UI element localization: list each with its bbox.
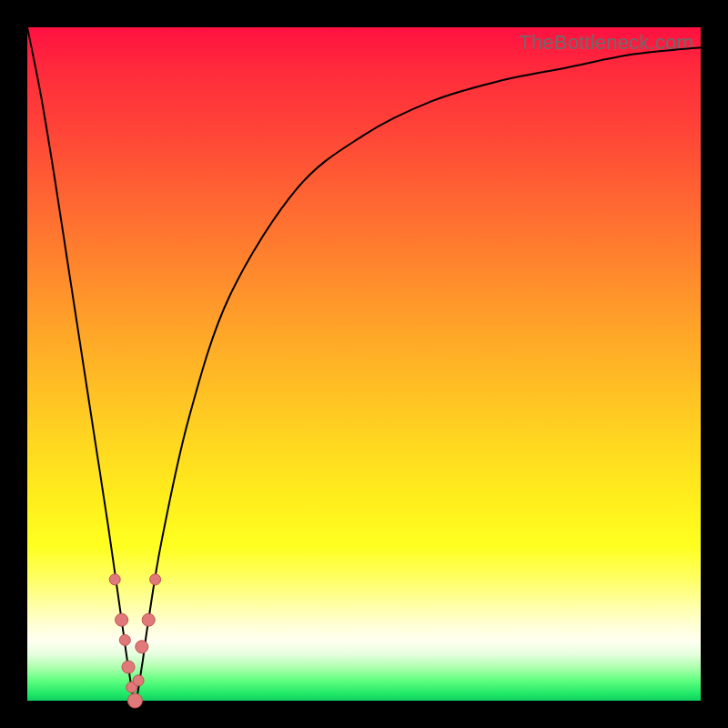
sample-point	[150, 574, 161, 585]
sample-point	[142, 613, 155, 626]
sample-point	[127, 693, 142, 708]
sample-point	[109, 574, 120, 585]
sample-point	[136, 641, 148, 653]
sample-point	[119, 634, 130, 645]
curve-layer	[27, 27, 701, 701]
plot-area: TheBottleneck.com	[27, 27, 701, 701]
bottleneck-curve	[27, 27, 701, 701]
sample-point	[133, 675, 144, 686]
chart-frame: TheBottleneck.com	[0, 0, 728, 728]
sample-point	[116, 613, 128, 626]
sample-point	[122, 661, 135, 673]
